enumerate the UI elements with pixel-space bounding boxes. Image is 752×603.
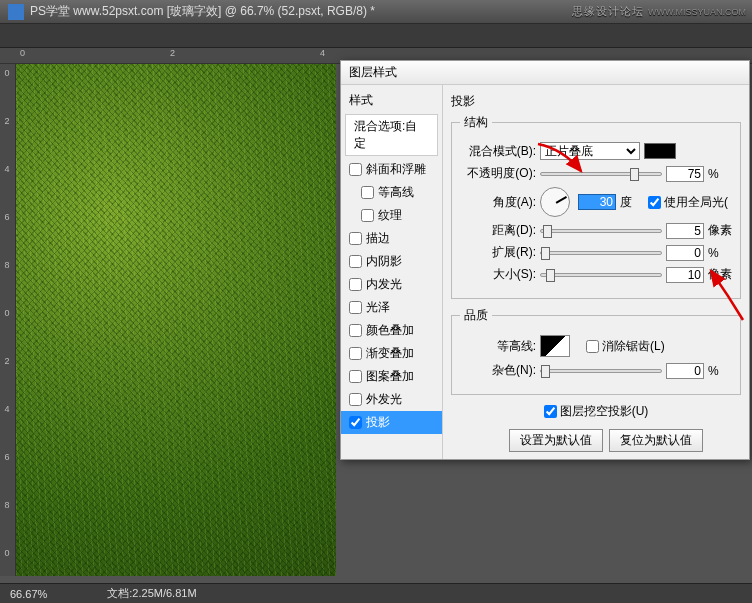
spread-input[interactable] [666, 245, 704, 261]
style-checkbox[interactable] [349, 163, 362, 176]
style-checkbox[interactable] [349, 416, 362, 429]
antialias-checkbox[interactable]: 消除锯齿(L) [586, 338, 665, 355]
noise-input[interactable] [666, 363, 704, 379]
structure-group: 结构 混合模式(B): 正片叠底 不透明度(O): % 角度(A): 度 [451, 114, 741, 299]
style-checkbox[interactable] [361, 209, 374, 222]
size-label: 大小(S): [460, 266, 536, 283]
style-item[interactable]: 内阴影 [341, 250, 442, 273]
effect-panel: 投影 结构 混合模式(B): 正片叠底 不透明度(O): % 角度(A): [443, 85, 749, 460]
style-label: 描边 [366, 230, 390, 247]
set-default-button[interactable]: 设置为默认值 [509, 429, 603, 452]
style-checkbox[interactable] [361, 186, 374, 199]
panel-heading: 投影 [451, 93, 741, 110]
canvas-area[interactable] [16, 64, 336, 576]
style-item[interactable]: 颜色叠加 [341, 319, 442, 342]
style-checkbox[interactable] [349, 255, 362, 268]
style-checkbox[interactable] [349, 278, 362, 291]
style-item[interactable]: 等高线 [341, 181, 442, 204]
style-item[interactable]: 斜面和浮雕 [341, 158, 442, 181]
opacity-input[interactable] [666, 166, 704, 182]
style-checkbox[interactable] [349, 393, 362, 406]
noise-slider[interactable] [540, 369, 662, 373]
doc-size: 文档:2.25M/6.81M [107, 586, 196, 601]
style-label: 光泽 [366, 299, 390, 316]
style-checkbox[interactable] [349, 301, 362, 314]
zoom-level[interactable]: 66.67% [10, 588, 47, 600]
style-label: 图案叠加 [366, 368, 414, 385]
dialog-title: 图层样式 [341, 61, 749, 85]
style-item[interactable]: 内发光 [341, 273, 442, 296]
shadow-color-swatch[interactable] [644, 143, 676, 159]
style-checkbox[interactable] [349, 324, 362, 337]
blend-options[interactable]: 混合选项:自定 [345, 114, 438, 156]
style-checkbox[interactable] [349, 347, 362, 360]
global-light-checkbox[interactable]: 使用全局光( [648, 194, 728, 211]
style-item[interactable]: 外发光 [341, 388, 442, 411]
style-item[interactable]: 纹理 [341, 204, 442, 227]
noise-label: 杂色(N): [460, 362, 536, 379]
style-label: 外发光 [366, 391, 402, 408]
style-label: 等高线 [378, 184, 414, 201]
distance-slider[interactable] [540, 229, 662, 233]
style-item[interactable]: 光泽 [341, 296, 442, 319]
reset-default-button[interactable]: 复位为默认值 [609, 429, 703, 452]
grass-image [16, 64, 336, 576]
styles-list: 样式 混合选项:自定 斜面和浮雕等高线纹理描边内阴影内发光光泽颜色叠加渐变叠加图… [341, 85, 443, 460]
style-item[interactable]: 投影 [341, 411, 442, 434]
angle-input[interactable] [578, 194, 616, 210]
quality-group: 品质 等高线: 消除锯齿(L) 杂色(N): % [451, 307, 741, 395]
style-checkbox[interactable] [349, 232, 362, 245]
distance-input[interactable] [666, 223, 704, 239]
document-tabbar[interactable] [0, 24, 752, 48]
angle-dial[interactable] [540, 187, 570, 217]
blend-mode-select[interactable]: 正片叠底 [540, 142, 640, 160]
spread-slider[interactable] [540, 251, 662, 255]
app-icon [8, 4, 24, 20]
style-label: 渐变叠加 [366, 345, 414, 362]
app-title: PS学堂 www.52psxt.com [玻璃字效] @ 66.7% (52.p… [30, 3, 375, 20]
statusbar: 66.67% 文档:2.25M/6.81M [0, 583, 752, 603]
size-input[interactable] [666, 267, 704, 283]
style-label: 投影 [366, 414, 390, 431]
distance-label: 距离(D): [460, 222, 536, 239]
contour-label: 等高线: [460, 338, 536, 355]
spread-label: 扩展(R): [460, 244, 536, 261]
layer-style-dialog: 图层样式 样式 混合选项:自定 斜面和浮雕等高线纹理描边内阴影内发光光泽颜色叠加… [340, 60, 750, 460]
watermark: 思缘设计论坛 WWW.MISSYUAN.COM [572, 4, 746, 19]
angle-label: 角度(A): [460, 194, 536, 211]
ruler-vertical: 0 2 4 6 8 0 2 4 6 8 0 [0, 64, 16, 576]
style-label: 颜色叠加 [366, 322, 414, 339]
style-item[interactable]: 渐变叠加 [341, 342, 442, 365]
blend-mode-label: 混合模式(B): [460, 143, 536, 160]
style-label: 纹理 [378, 207, 402, 224]
size-slider[interactable] [540, 273, 662, 277]
style-checkbox[interactable] [349, 370, 362, 383]
style-label: 斜面和浮雕 [366, 161, 426, 178]
opacity-label: 不透明度(O): [460, 165, 536, 182]
style-item[interactable]: 图案叠加 [341, 365, 442, 388]
style-item[interactable]: 描边 [341, 227, 442, 250]
style-label: 内发光 [366, 276, 402, 293]
opacity-slider[interactable] [540, 172, 662, 176]
styles-header[interactable]: 样式 [341, 89, 442, 112]
style-label: 内阴影 [366, 253, 402, 270]
contour-swatch[interactable] [540, 335, 570, 357]
knockout-checkbox[interactable]: 图层挖空投影(U) [544, 403, 649, 420]
